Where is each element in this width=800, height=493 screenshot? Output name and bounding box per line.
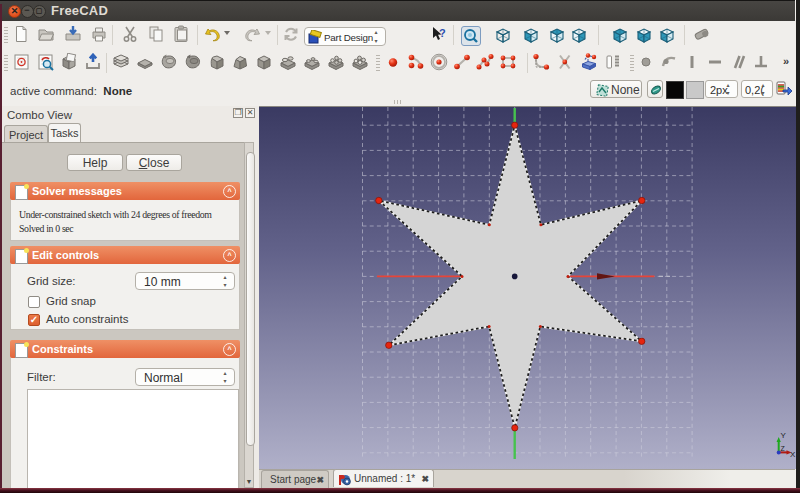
svg-text:?: ? <box>439 27 446 39</box>
svg-text:Y: Y <box>781 431 787 440</box>
svg-text:Z: Z <box>781 445 786 452</box>
